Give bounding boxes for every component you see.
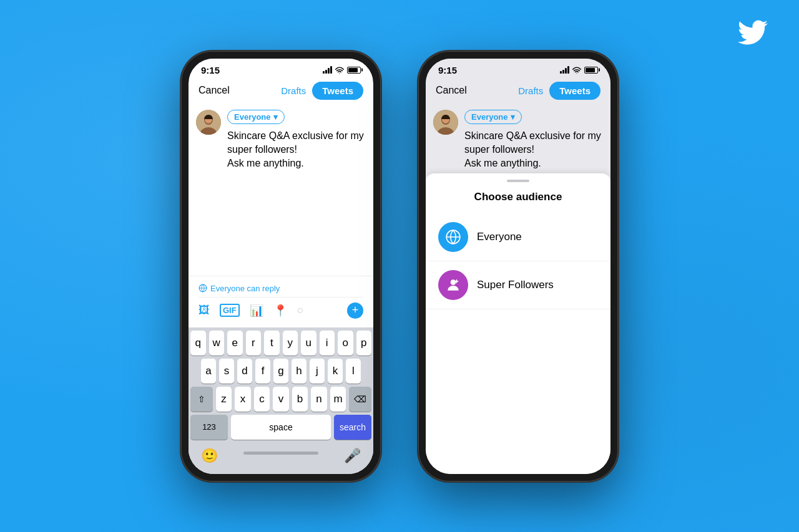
keyboard-row-2: a s d f g h j k l xyxy=(189,355,373,384)
shift-key[interactable]: ⇧ xyxy=(190,387,213,412)
key-z[interactable]: z xyxy=(216,387,232,412)
key-e[interactable]: e xyxy=(227,331,243,355)
location-icon[interactable]: 📍 xyxy=(273,304,287,317)
drafts-button-left[interactable]: Drafts xyxy=(281,85,306,96)
keyboard-row-4: 123 space search xyxy=(189,412,373,443)
key-p[interactable]: p xyxy=(356,331,372,355)
key-f[interactable]: f xyxy=(255,359,270,384)
key-w[interactable]: w xyxy=(209,331,225,355)
status-bar-right: 9:15 xyxy=(426,59,610,78)
image-icon[interactable]: 🖼 xyxy=(199,304,210,317)
cancel-button-right[interactable]: Cancel xyxy=(436,85,467,96)
wifi-icon-right xyxy=(572,67,581,74)
audience-button-right[interactable]: Everyone ▾ xyxy=(464,110,522,124)
key-t[interactable]: t xyxy=(264,331,280,355)
battery-icon xyxy=(347,67,361,74)
signal-icon xyxy=(323,66,332,74)
key-q[interactable]: q xyxy=(190,331,206,355)
signal-icon-right xyxy=(560,66,569,74)
key-l[interactable]: l xyxy=(346,359,361,384)
tweet-text-left: Skincare Q&A exclusive for my super foll… xyxy=(227,129,366,171)
tweets-button-right[interactable]: Tweets xyxy=(549,82,600,100)
key-u[interactable]: u xyxy=(301,331,316,355)
space-key[interactable]: space xyxy=(231,415,331,440)
wifi-icon xyxy=(335,67,344,74)
mic-key[interactable]: 🎤 xyxy=(344,448,361,464)
cancel-button-left[interactable]: Cancel xyxy=(199,85,230,96)
delete-key[interactable]: ⌫ xyxy=(349,387,371,412)
svg-point-0 xyxy=(339,72,340,73)
sheet-handle xyxy=(507,180,529,182)
key-g[interactable]: g xyxy=(273,359,288,384)
key-o[interactable]: o xyxy=(338,331,353,355)
audience-sheet: Choose audience Everyone xyxy=(426,173,610,474)
key-a[interactable]: a xyxy=(201,359,216,384)
status-icons-left xyxy=(323,66,361,74)
keyboard-left[interactable]: q w e r t y u i o p a s d f g h j k xyxy=(189,327,373,474)
twitter-logo xyxy=(738,17,768,54)
toolbar-icons-left: 🖼 GIF 📊 📍 ○ + xyxy=(199,297,363,324)
key-k[interactable]: k xyxy=(328,359,343,384)
gif-icon[interactable]: GIF xyxy=(220,304,240,317)
poll-icon[interactable]: 📊 xyxy=(250,304,263,317)
add-icon[interactable]: + xyxy=(347,302,363,319)
key-r[interactable]: r xyxy=(246,331,262,355)
audience-option-super-followers[interactable]: Super Followers xyxy=(426,261,610,309)
key-j[interactable]: j xyxy=(310,359,325,384)
search-key[interactable]: search xyxy=(334,415,371,440)
key-v[interactable]: v xyxy=(273,387,289,412)
svg-point-12 xyxy=(451,279,456,285)
key-y[interactable]: y xyxy=(283,331,298,355)
circle-icon: ○ xyxy=(297,304,304,317)
avatar-left xyxy=(196,110,221,135)
keyboard-row-1: q w e r t y u i o p xyxy=(189,327,373,355)
audience-option-everyone[interactable]: Everyone xyxy=(426,213,610,261)
drafts-button-right[interactable]: Drafts xyxy=(518,85,543,96)
super-followers-icon xyxy=(438,270,468,300)
tweet-text-right: Skincare Q&A exclusive for my super foll… xyxy=(464,129,603,171)
status-bar-left: 9:15 xyxy=(189,59,373,78)
tweets-button-left[interactable]: Tweets xyxy=(312,82,363,100)
emoji-key[interactable]: 🙂 xyxy=(201,448,218,464)
everyone-label: Everyone xyxy=(477,231,522,243)
keyboard-bottom-bar: 🙂 🎤 xyxy=(189,443,373,474)
globe-icon xyxy=(199,284,207,293)
home-indicator xyxy=(243,452,318,455)
sheet-title: Choose audience xyxy=(426,186,610,213)
time-right: 9:15 xyxy=(438,65,457,75)
keyboard-row-3: ⇧ z x c v b n m ⌫ xyxy=(189,384,373,412)
super-followers-label: Super Followers xyxy=(477,279,554,291)
compose-area-left: Everyone ▾ Skincare Q&A exclusive for my… xyxy=(189,105,373,276)
key-i[interactable]: i xyxy=(320,331,335,355)
key-m[interactable]: m xyxy=(330,387,346,412)
reply-setting-left[interactable]: Everyone can reply xyxy=(199,280,363,297)
key-n[interactable]: n xyxy=(311,387,327,412)
phone-left: 9:15 Cancel xyxy=(181,51,381,481)
key-s[interactable]: s xyxy=(219,359,234,384)
time-left: 9:15 xyxy=(201,65,220,75)
audience-button-left[interactable]: Everyone ▾ xyxy=(227,110,285,124)
nav-bar-left: Cancel Drafts Tweets xyxy=(189,78,373,105)
avatar-right xyxy=(433,110,458,135)
numbers-key[interactable]: 123 xyxy=(190,415,228,440)
key-x[interactable]: x xyxy=(235,387,251,412)
key-d[interactable]: d xyxy=(237,359,252,384)
svg-point-6 xyxy=(576,72,577,73)
battery-icon-right xyxy=(584,67,598,74)
tweet-footer-left: Everyone can reply 🖼 GIF 📊 📍 ○ + xyxy=(189,276,373,327)
key-b[interactable]: b xyxy=(292,387,308,412)
compose-area-right: Everyone ▾ Skincare Q&A exclusive for my… xyxy=(426,105,610,176)
phone-right: 9:15 Cancel xyxy=(418,51,618,481)
everyone-icon xyxy=(438,222,468,252)
key-h[interactable]: h xyxy=(292,359,306,384)
nav-bar-right: Cancel Drafts Tweets xyxy=(426,78,610,105)
key-c[interactable]: c xyxy=(254,387,270,412)
status-icons-right xyxy=(560,66,598,74)
